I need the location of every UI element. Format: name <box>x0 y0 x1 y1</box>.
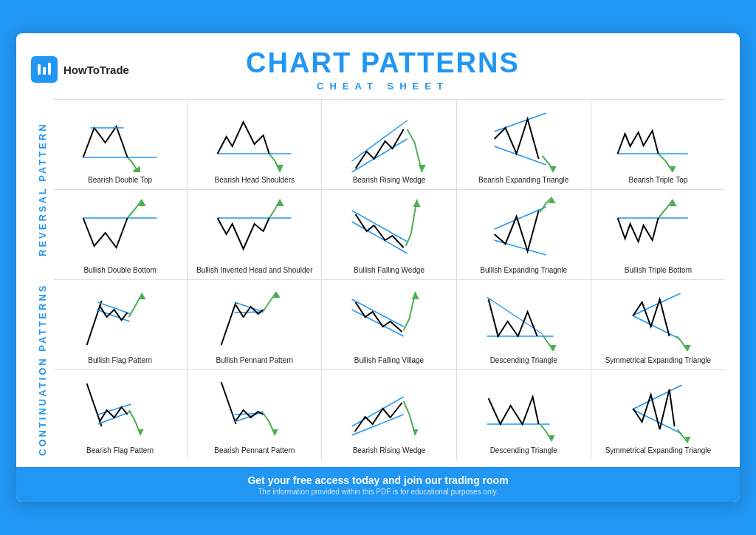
cell-bearish-pennant: Bearish Pennant Pattern <box>188 370 322 460</box>
cell-symmetrical-expanding-1: Symmetrical Expanding Triangle <box>591 280 725 369</box>
pattern-row-3: Bullish Flag Pattern Bullish Pennant Pat… <box>53 279 725 369</box>
chart-bullish-falling-village <box>325 286 453 352</box>
name-bearish-double-top: Bearish Double Top <box>88 175 152 185</box>
name-bullish-pennant: Bullish Pennant Pattern <box>216 355 294 365</box>
main-card: HowToTrade CHART PATTERNS CHEAT SHEET RE… <box>16 33 740 502</box>
name-bearish-pennant: Bearish Pennant Pattern <box>214 446 295 455</box>
chart-bearish-head-shoulders <box>190 106 318 172</box>
chart-bullish-expanding-triangle <box>460 196 588 262</box>
chart-bearish-double-top <box>56 106 184 172</box>
cell-bullish-expanding-triangle: Bullish Expanding Triagnle <box>457 190 591 279</box>
cell-bullish-inverted-hs: Bullish Inverted Head and Shoulder <box>188 190 322 279</box>
patterns-grid-container: REVERSAL PATTERN CONTINUATION PATTERNS B… <box>31 99 725 460</box>
chart-bullish-triple-bottom <box>594 196 722 262</box>
footer: Get your free access today and join our … <box>16 467 740 502</box>
reversal-label: REVERSAL PATTERN <box>31 99 53 279</box>
name-descending-triangle-1: Descending Triangle <box>490 355 557 365</box>
pattern-row-2: Bullish Double Bottom Bullish Inverted H… <box>53 189 725 279</box>
chart-bearish-triple-top <box>594 106 722 172</box>
chart-bullish-inverted-hs <box>190 196 318 262</box>
chart-bullish-double-bottom <box>56 196 184 262</box>
cell-bullish-double-bottom: Bullish Double Bottom <box>53 190 188 279</box>
cell-descending-triangle-1: Descending Triangle <box>457 280 591 369</box>
svg-line-53 <box>632 385 681 409</box>
chart-bullish-pennant <box>190 286 318 352</box>
chart-bearish-expanding-triangle <box>460 106 588 172</box>
cell-bearish-triple-top: Bearish Triple Top <box>591 100 725 189</box>
logo-text: HowToTrade <box>63 64 129 76</box>
continuation-label: CONTINUATION PATTERNS <box>31 279 53 460</box>
svg-rect-0 <box>38 64 41 75</box>
chart-bullish-falling-wedge <box>325 196 453 262</box>
chart-bearish-rising-wedge-2 <box>325 376 453 443</box>
title-area: CHART PATTERNS CHEAT SHEET <box>129 48 636 92</box>
cell-bearish-flag: Bearish Flag Pattern <box>53 370 188 460</box>
chart-symmetrical-expanding-2 <box>594 376 722 443</box>
cell-bearish-rising-wedge: Bearish Rising Wedge <box>322 100 456 189</box>
svg-line-46 <box>235 413 264 415</box>
svg-rect-1 <box>43 67 46 75</box>
footer-main-text: Get your free access today and join our … <box>31 474 725 486</box>
cell-bearish-head-shoulders: Bearish Head Shoulders <box>188 100 322 189</box>
name-bearish-head-shoulders: Bearish Head Shoulders <box>215 175 295 185</box>
chart-bearish-pennant <box>190 376 318 443</box>
cell-bullish-flag: Bullish Flag Pattern <box>53 280 188 369</box>
chart-symmetrical-expanding-1 <box>594 286 722 352</box>
svg-line-10 <box>494 113 546 132</box>
section-labels: REVERSAL PATTERN CONTINUATION PATTERNS <box>31 99 53 460</box>
pattern-row-4: Bearish Flag Pattern Bearish Pennant Pat… <box>53 369 725 460</box>
cell-bullish-pennant: Bullish Pennant Pattern <box>188 280 322 369</box>
chart-bullish-flag <box>56 286 184 352</box>
svg-line-22 <box>494 240 546 255</box>
cell-bullish-falling-wedge: Bullish Falling Wedge <box>322 190 456 279</box>
name-symmetrical-expanding-1: Symmetrical Expanding Triangle <box>605 355 711 365</box>
logo-svg <box>36 61 52 78</box>
chart-descending-triangle-2 <box>460 376 588 443</box>
logo-area: HowToTrade <box>31 56 129 83</box>
header: HowToTrade CHART PATTERNS CHEAT SHEET <box>31 48 725 92</box>
cell-bearish-rising-wedge-2: Bearish Rising Wedge <box>322 370 456 460</box>
svg-rect-2 <box>48 63 51 75</box>
svg-marker-44 <box>138 429 144 435</box>
name-descending-triangle-2: Descending Triangle <box>490 446 557 455</box>
name-symmetrical-expanding-2: Symmetrical Expanding Triangle <box>605 446 711 455</box>
svg-marker-50 <box>413 429 419 435</box>
cell-bearish-double-top: Bearish Double Top <box>53 100 188 189</box>
svg-marker-21 <box>413 200 421 207</box>
sub-title: CHEAT SHEET <box>129 81 636 92</box>
name-bullish-falling-wedge: Bullish Falling Wedge <box>354 265 425 275</box>
name-bullish-triple-bottom: Bullish Triple Bottom <box>625 265 692 275</box>
name-bullish-inverted-hs: Bullish Inverted Head and Shoulder <box>196 265 312 275</box>
main-title: CHART PATTERNS <box>129 48 636 79</box>
name-bullish-flag: Bullish Flag Pattern <box>88 355 152 365</box>
patterns-grid: Bearish Double Top Bearish Head Shoulder… <box>53 99 725 460</box>
cell-symmetrical-expanding-2: Symmetrical Expanding Triangle <box>591 370 725 460</box>
logo-icon <box>31 56 58 83</box>
name-bearish-rising-wedge-2: Bearish Rising Wedge <box>353 446 426 455</box>
name-bullish-expanding-triangle: Bullish Expanding Triagnle <box>480 265 567 275</box>
cell-bearish-expanding-triangle: Bearish Expanding Triangle <box>457 100 591 189</box>
name-bearish-expanding-triangle: Bearish Expanding Triangle <box>478 175 568 185</box>
cell-bullish-triple-bottom: Bullish Triple Bottom <box>591 190 725 279</box>
chart-descending-triangle-1 <box>460 286 588 352</box>
pattern-row-1: Bearish Double Top Bearish Head Shoulder… <box>53 99 725 189</box>
svg-marker-35 <box>412 292 419 299</box>
chart-bearish-flag <box>56 376 184 443</box>
chart-bearish-rising-wedge <box>325 106 453 172</box>
name-bearish-rising-wedge: Bearish Rising Wedge <box>353 175 426 185</box>
name-bullish-falling-village: Bullish Falling Village <box>354 355 424 365</box>
svg-marker-9 <box>419 165 426 172</box>
name-bearish-triple-top: Bearish Triple Top <box>628 175 687 185</box>
name-bullish-double-bottom: Bullish Double Bottom <box>83 265 156 275</box>
name-bearish-flag: Bearish Flag Pattern <box>86 446 154 455</box>
svg-marker-29 <box>139 293 146 299</box>
footer-sub-text: The information provided within this PDF… <box>31 488 725 496</box>
svg-line-39 <box>632 293 680 316</box>
cell-bullish-falling-village: Bullish Falling Village <box>322 280 456 369</box>
svg-line-40 <box>632 316 680 339</box>
cell-descending-triangle-2: Descending Triangle <box>457 370 591 460</box>
